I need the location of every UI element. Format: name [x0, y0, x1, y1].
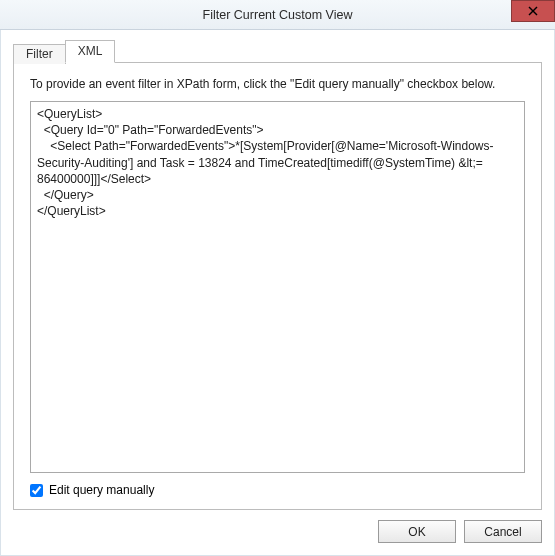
- edit-query-label: Edit query manually: [49, 483, 154, 497]
- dialog-body: Filter XML To provide an event filter in…: [0, 30, 555, 556]
- tab-strip: Filter XML: [13, 40, 542, 62]
- query-textarea[interactable]: [30, 101, 525, 473]
- cancel-button[interactable]: Cancel: [464, 520, 542, 543]
- tab-xml[interactable]: XML: [65, 40, 116, 63]
- edit-query-checkbox-row[interactable]: Edit query manually: [30, 483, 525, 497]
- window-title: Filter Current Custom View: [0, 8, 555, 22]
- ok-button[interactable]: OK: [378, 520, 456, 543]
- tab-panel-xml: To provide an event filter in XPath form…: [13, 62, 542, 510]
- close-button[interactable]: [511, 0, 555, 22]
- button-row: OK Cancel: [13, 520, 542, 543]
- tab-filter[interactable]: Filter: [13, 44, 66, 64]
- xpath-hint: To provide an event filter in XPath form…: [30, 77, 525, 91]
- edit-query-checkbox[interactable]: [30, 484, 43, 497]
- title-bar: Filter Current Custom View: [0, 0, 555, 30]
- close-icon: [528, 6, 538, 16]
